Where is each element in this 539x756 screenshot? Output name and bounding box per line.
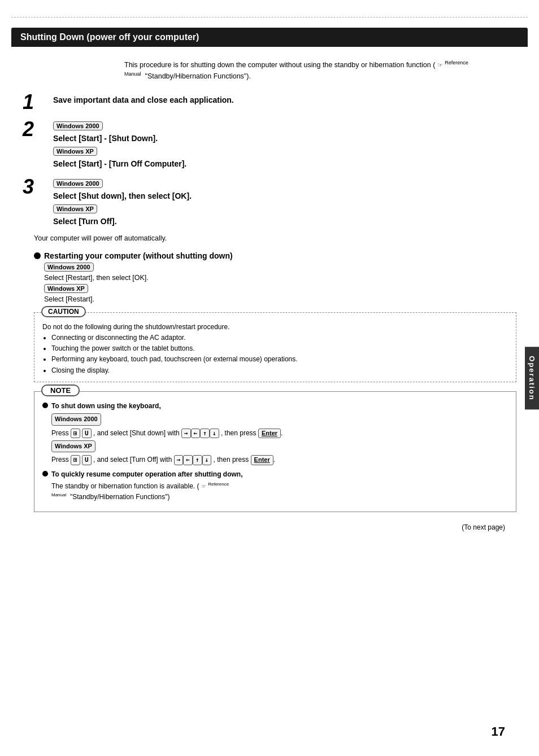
note-winxp-row: Windows XP xyxy=(51,440,282,454)
note-content: To shut down using the keyboard, Windows… xyxy=(42,401,508,502)
sidebar-label: Operation xyxy=(528,356,536,400)
restart-section: Restarting your computer (without shutti… xyxy=(34,251,516,303)
press-label-2: Press xyxy=(51,456,69,464)
step-2-winxp-text: Select [Start] - [Turn Off Computer]. xyxy=(53,158,516,170)
list-item: Touching the power switch or the tablet … xyxy=(51,343,508,354)
step-2-number: 2 xyxy=(23,119,45,139)
step-1-text: Save important data and close each appli… xyxy=(53,94,516,106)
section-header: Shutting Down (power off your computer) xyxy=(11,28,528,47)
win2000-badge-restart: Windows 2000 xyxy=(44,263,94,272)
step-3-winxp-label: Windows XP xyxy=(53,204,516,215)
restart-sub: Windows 2000 Select [Restart], then sele… xyxy=(44,263,516,303)
restart-win2000-text: Select [Restart], then select [OK]. xyxy=(44,274,516,282)
step-3-winxp-text: Select [Turn Off]. xyxy=(53,216,516,228)
note-section-2-text: The standby or hibernation function is a… xyxy=(51,481,242,502)
caution-box: CAUTION Do not do the following during t… xyxy=(34,312,516,382)
note-win2000-press-row: Press ⊞ U , and select [Shut down] with … xyxy=(51,428,282,439)
key-enter-2: Enter xyxy=(251,455,273,465)
win2000-badge-3: Windows 2000 xyxy=(53,179,103,188)
then-press-text-2: , then press xyxy=(214,456,251,464)
intro-ref-text: "Standby/Hibernation Functions"). xyxy=(143,72,251,80)
intro-paragraph: This procedure is for shutting down the … xyxy=(124,59,516,82)
caution-list: Connecting or disconnecting the AC adapt… xyxy=(51,333,508,376)
caution-label: CAUTION xyxy=(41,306,86,317)
step-3-number: 3 xyxy=(23,177,45,197)
press-label-1: Press xyxy=(51,429,69,437)
to-next-page-text: (To next page) xyxy=(462,523,505,531)
note-bullet-dot-1 xyxy=(42,403,48,408)
key-win-1: ⊞ xyxy=(71,429,80,438)
key-arrow-up-1: ↑ xyxy=(200,429,210,438)
winxp-badge-note: Windows XP xyxy=(51,440,95,453)
note-bullet-2: To quickly resume computer operation aft… xyxy=(42,469,508,503)
auto-power-text: Your computer will power off automatical… xyxy=(34,234,516,242)
caution-intro: Do not do the following during the shutd… xyxy=(42,322,508,333)
list-item: Performing any keyboard, touch pad, touc… xyxy=(51,354,508,365)
winxp-badge-3: Windows XP xyxy=(53,204,97,213)
note-winxp-press-row: Press ⊞ U , and select [Turn Off] with →… xyxy=(51,455,282,465)
step-2-win2000-label: Windows 2000 xyxy=(53,121,516,132)
restart-winxp-text: Select [Restart]. xyxy=(44,295,516,303)
top-divider xyxy=(11,17,528,18)
key-win-2: ⊞ xyxy=(71,455,80,465)
step-1-number: 1 xyxy=(23,92,45,112)
win2000-badge-note: Windows 2000 xyxy=(51,413,101,426)
key-arrow-right-2: → xyxy=(174,455,184,465)
step-2-winxp-label: Windows XP xyxy=(53,147,516,157)
winxp-badge-restart: Windows XP xyxy=(44,284,88,293)
step-1-content: Save important data and close each appli… xyxy=(53,92,516,106)
note-bullet-1: To shut down using the keyboard, Windows… xyxy=(42,401,508,466)
note-box: NOTE To shut down using the keyboard, Wi… xyxy=(34,391,516,512)
key-arrow-down-2: ↓ xyxy=(202,455,212,465)
winxp-badge-2: Windows XP xyxy=(53,147,97,156)
page-number: 17 xyxy=(492,724,505,739)
restart-win2000-label: Windows 2000 xyxy=(44,263,516,273)
then-press-text-1: , then press xyxy=(221,429,258,437)
to-next-page: (To next page) xyxy=(0,523,505,531)
note-label: NOTE xyxy=(41,384,80,396)
restart-title-text: Restarting your computer (without shutti… xyxy=(44,251,233,260)
and-select-text-1: , and select [Shut down] with xyxy=(93,429,181,437)
intro-text: This procedure is for shutting down the … xyxy=(124,61,435,69)
sidebar-operation-tab: Operation xyxy=(525,347,539,409)
key-arrow-right-1: → xyxy=(181,429,191,438)
step-2-win2000-text: Select [Start] - [Shut Down]. xyxy=(53,133,516,145)
restart-winxp-label: Windows XP xyxy=(44,284,516,294)
key-arrow-up-2: ↑ xyxy=(193,455,202,465)
step-1: 1 Save important data and close each app… xyxy=(23,92,516,112)
step-3-win2000-text: Select [Shut down], then select [OK]. xyxy=(53,190,516,202)
list-item: Connecting or disconnecting the AC adapt… xyxy=(51,333,508,343)
restart-title: Restarting your computer (without shutti… xyxy=(34,251,516,260)
step-3-win2000-label: Windows 2000 xyxy=(53,179,516,189)
note-section-2: To quickly resume computer operation aft… xyxy=(51,469,242,503)
ref-arrow-icon: ☞ xyxy=(437,62,443,68)
step-2-content: Windows 2000 Select [Start] - [Shut Down… xyxy=(53,119,516,170)
note-section-1: To shut down using the keyboard, Windows… xyxy=(51,401,282,466)
step-2: 2 Windows 2000 Select [Start] - [Shut Do… xyxy=(23,119,516,170)
note-resume-text: The standby or hibernation function is a… xyxy=(51,482,199,490)
key-u-2: U xyxy=(82,455,92,465)
key-arrow-left-2: ← xyxy=(183,455,193,465)
note-win2000-row: Windows 2000 xyxy=(51,413,282,427)
note-bullet-dot-2 xyxy=(42,471,48,477)
key-u-1: U xyxy=(82,429,92,438)
win2000-badge-2: Windows 2000 xyxy=(53,121,103,130)
main-content: This procedure is for shutting down the … xyxy=(11,47,528,518)
note-section-1-title: To shut down using the keyboard, xyxy=(51,402,161,410)
ref-arrow-icon-2: ☞ xyxy=(201,483,206,490)
header-title: Shutting Down (power off your computer) xyxy=(20,32,199,42)
and-select-text-2: , and select [Turn Off] with xyxy=(93,456,174,464)
note-section-2-title: To quickly resume computer operation aft… xyxy=(51,470,242,478)
step-3-content: Windows 2000 Select [Shut down], then se… xyxy=(53,177,516,228)
restart-bullet-dot xyxy=(34,252,41,259)
caution-content: Do not do the following during the shutd… xyxy=(42,322,508,376)
key-enter-1: Enter xyxy=(258,429,281,438)
note-resume-ref: "Standby/Hibernation Functions") xyxy=(68,493,170,501)
list-item: Closing the display. xyxy=(51,365,508,376)
key-arrow-left-1: ← xyxy=(191,429,201,438)
key-arrow-down-1: ↓ xyxy=(210,429,219,438)
step-3: 3 Windows 2000 Select [Shut down], then … xyxy=(23,177,516,228)
